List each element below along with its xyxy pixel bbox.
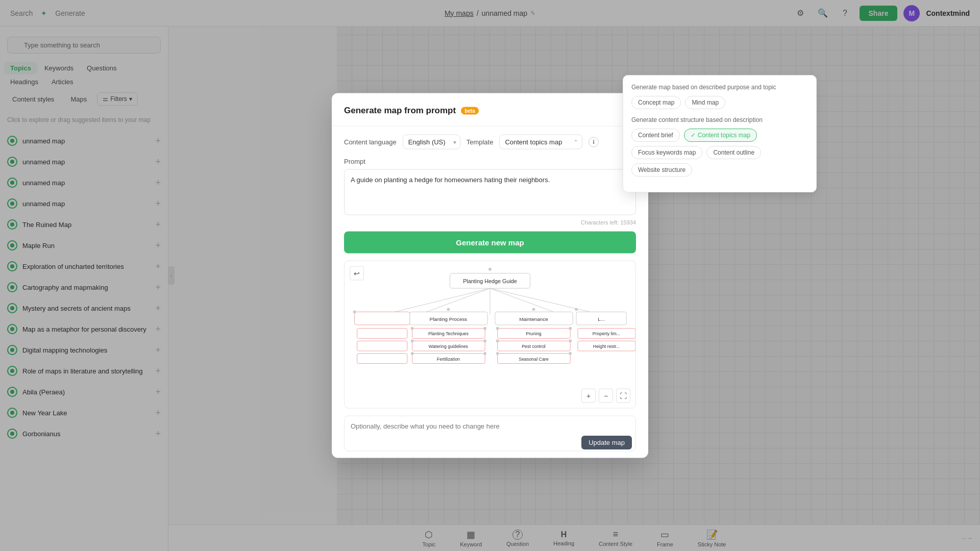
svg-rect-8 — [355, 312, 410, 325]
content-language-label: Content language — [344, 138, 397, 146]
svg-point-39 — [569, 352, 572, 355]
svg-text:Height restr...: Height restr... — [593, 344, 620, 349]
svg-text:Planting Process: Planting Process — [430, 316, 468, 322]
svg-point-41 — [496, 339, 499, 342]
svg-text:Pruning: Pruning — [526, 331, 542, 336]
svg-point-27 — [411, 352, 414, 355]
svg-text:Maintenance: Maintenance — [519, 316, 548, 322]
svg-text:Pest control: Pest control — [522, 344, 546, 349]
zoom-out-button[interactable]: − — [599, 389, 613, 403]
generate-new-map-button[interactable]: Generate new map — [344, 232, 636, 254]
svg-rect-11 — [357, 341, 407, 351]
tooltip-section2-chips: Content brief ✓ Content topics map Focus… — [631, 129, 808, 177]
tooltip-section2-title: Generate content structure based on desc… — [631, 116, 808, 123]
svg-text:L...: L... — [598, 316, 605, 322]
modal-header: Generate map from prompt beta × — [332, 93, 648, 127]
fullscreen-button[interactable]: ⛶ — [616, 389, 630, 403]
svg-point-26 — [411, 339, 414, 342]
svg-text:Seasonal Care: Seasonal Care — [519, 357, 548, 362]
svg-point-36 — [569, 339, 572, 342]
svg-point-25 — [411, 327, 414, 330]
template-select-wrap: Content topics map Focus keywords map Co… — [499, 135, 582, 149]
prompt-textarea[interactable]: A guide on planting a hedge for homeowne… — [344, 169, 636, 215]
svg-point-42 — [496, 352, 499, 355]
language-select-wrap: English (US) — [403, 135, 460, 149]
map-preview: ↩ Planting Hedge Guide — [344, 261, 636, 409]
svg-text:Planting Techniques: Planting Techniques — [428, 331, 469, 336]
zoom-controls: + − ⛶ — [581, 389, 630, 403]
tooltip-chip-concept-map[interactable]: Concept map — [631, 96, 681, 109]
svg-text:Fertilization: Fertilization — [437, 357, 460, 362]
update-map-button[interactable]: Update map — [581, 436, 632, 449]
svg-point-45 — [575, 308, 578, 311]
svg-point-33 — [569, 327, 572, 330]
beta-badge: beta — [461, 107, 479, 114]
template-select[interactable]: Content topics map Focus keywords map Co… — [499, 135, 582, 149]
svg-point-40 — [496, 327, 499, 330]
tooltip-section1-title: Generate map based on described purpose … — [631, 84, 808, 91]
zoom-in-button[interactable]: + — [581, 389, 596, 403]
svg-point-18 — [483, 327, 486, 330]
svg-text:Property lim...: Property lim... — [593, 331, 620, 336]
tooltip-chip-website-structure[interactable]: Website structure — [631, 163, 692, 177]
svg-point-21 — [483, 339, 486, 342]
check-icon: ✓ — [691, 132, 696, 139]
template-tooltip: Generate map based on described purpose … — [623, 75, 817, 192]
info-icon[interactable]: ℹ — [589, 137, 599, 147]
tooltip-chip-mind-map[interactable]: Mind map — [685, 96, 725, 109]
svg-point-2 — [488, 268, 492, 271]
svg-point-24 — [483, 352, 486, 355]
template-row: Content language English (US) Template C… — [344, 135, 636, 149]
svg-point-30 — [532, 308, 535, 311]
svg-line-7 — [490, 288, 600, 314]
map-svg: Planting Hedge Guide Planting Process — [345, 261, 635, 408]
svg-point-15 — [447, 308, 450, 311]
chars-left: Characters left: 15934 — [344, 219, 636, 226]
tooltip-chip-content-topics-label: Content topics map — [698, 132, 750, 139]
svg-line-6 — [385, 288, 490, 314]
back-button[interactable]: ↩ — [350, 266, 364, 281]
modal-title: Generate map from prompt — [344, 106, 456, 116]
update-area: Update map — [344, 416, 636, 454]
prompt-section: Prompt A guide on planting a hedge for h… — [344, 158, 636, 226]
modal-body: Content language English (US) Template C… — [332, 127, 648, 458]
language-select[interactable]: English (US) — [403, 135, 460, 149]
tooltip-chip-focus-keywords[interactable]: Focus keywords map — [631, 146, 702, 159]
generate-modal: Generate map from prompt beta × Content … — [332, 93, 648, 458]
tooltip-chip-content-topics-map[interactable]: ✓ Content topics map — [684, 129, 757, 142]
prompt-label: Prompt — [344, 158, 636, 165]
tooltip-chip-content-brief[interactable]: Content brief — [631, 129, 680, 142]
svg-text:Planting Hedge Guide: Planting Hedge Guide — [463, 278, 517, 284]
svg-text:Watering guidelines: Watering guidelines — [429, 344, 469, 349]
tooltip-chip-content-outline[interactable]: Content outline — [706, 146, 761, 159]
svg-point-9 — [353, 310, 356, 313]
svg-line-3 — [420, 288, 490, 314]
svg-line-5 — [490, 288, 560, 314]
svg-rect-10 — [357, 329, 407, 339]
tooltip-section1-chips: Concept map Mind map — [631, 96, 808, 109]
template-label: Template — [467, 138, 494, 146]
svg-rect-12 — [357, 354, 407, 364]
